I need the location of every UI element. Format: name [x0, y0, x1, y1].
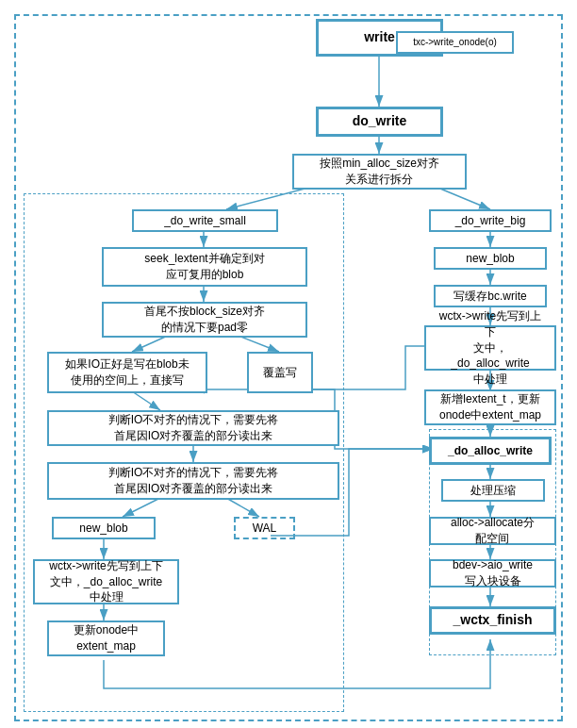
update-onode-left-box: 更新onode中 extent_map	[47, 620, 165, 656]
new-blob-right-label: new_blob	[466, 251, 514, 267]
update-onode-left-label: 更新onode中 extent_map	[74, 622, 139, 654]
do-write-big-box: _do_write_big	[429, 209, 552, 232]
cover-write-box: 覆盖写	[247, 352, 313, 393]
wctx-write-right-box: wctx->write先写到上下 文中，_do_alloc_write 中处理	[424, 325, 556, 371]
new-lextent-box: 新增lextent_t，更新 onode中extent_map	[424, 389, 556, 425]
compress-box: 处理压缩	[441, 479, 545, 502]
wctx-finish-label: _wctx_finish	[453, 611, 532, 630]
new-blob-left-box: new_blob	[52, 517, 156, 539]
do-write-big-label: _do_write_big	[455, 213, 526, 229]
diagram-container: write txc->write_onode(o) do_write 按照min…	[0, 0, 577, 728]
alloc-allocate-box: alloc->allocate分 配空间	[429, 517, 556, 545]
do-write-box: do_write	[316, 107, 443, 137]
new-lextent-label: 新增lextent_t，更新 onode中extent_map	[439, 391, 541, 423]
txc-write-onode-label: txc->write_onode(o)	[413, 36, 497, 49]
do-write-label: do_write	[353, 112, 407, 131]
do-alloc-write-box: _do_alloc_write	[429, 437, 552, 465]
bdev-aio-label: bdev->aio_write 写入块设备	[453, 557, 533, 589]
judge-io1-label: 判断IO不对齐的情况下，需要先将 首尾因IO对齐覆盖的部分读出来	[108, 412, 279, 444]
seek-lextent-box: seek_lextent并确定到对 应可复用的blob	[102, 247, 307, 287]
wctx-write-right-label: wctx->write先写到上下 文中，_do_alloc_write 中处理	[436, 308, 545, 388]
new-blob-left-label: new_blob	[79, 521, 127, 537]
pad-zero-box: 首尾不按block_size对齐 的情况下要pad零	[102, 302, 307, 338]
judge-io2-label: 判断IO不对齐的情况下，需要先将 首尾因IO对齐覆盖的部分读出来	[108, 465, 279, 497]
do-write-small-box: _do_write_small	[132, 209, 278, 232]
alloc-size-split-label: 按照min_alloc_size对齐 关系进行拆分	[320, 156, 439, 188]
do-write-small-label: _do_write_small	[164, 213, 246, 229]
if-io-blob-label: 如果IO正好是写在blob未 使用的空间上，直接写	[65, 356, 189, 389]
alloc-allocate-label: alloc->allocate分 配空间	[451, 515, 535, 547]
wctx-write-left-box: wctx->write先写到上下 文中，_do_alloc_write 中处理	[33, 559, 179, 604]
cover-write-label: 覆盖写	[263, 365, 297, 381]
compress-label: 处理压缩	[470, 483, 516, 499]
wctx-write-left-label: wctx->write先写到上下 文中，_do_alloc_write 中处理	[49, 558, 162, 605]
bdev-aio-box: bdev->aio_write 写入块设备	[429, 559, 556, 587]
bc-write-label: 写缓存bc.write	[453, 289, 526, 305]
seek-lextent-label: seek_lextent并确定到对 应可复用的blob	[144, 251, 264, 283]
judge-io1-box: 判断IO不对齐的情况下，需要先将 首尾因IO对齐覆盖的部分读出来	[47, 410, 339, 446]
pad-zero-label: 首尾不按block_size对齐 的情况下要pad零	[144, 304, 265, 336]
wal-box: WAL	[234, 517, 295, 539]
judge-io2-box: 判断IO不对齐的情况下，需要先将 首尾因IO对齐覆盖的部分读出来	[47, 462, 339, 500]
txc-write-onode-box: txc->write_onode(o)	[396, 31, 514, 54]
new-blob-right-box: new_blob	[434, 247, 547, 270]
alloc-size-split-box: 按照min_alloc_size对齐 关系进行拆分	[292, 154, 467, 190]
wal-label: WAL	[253, 521, 277, 537]
wctx-finish-box: _wctx_finish	[429, 606, 556, 635]
if-io-blob-box: 如果IO正好是写在blob未 使用的空间上，直接写	[47, 352, 207, 393]
write-label: write	[364, 28, 395, 47]
bc-write-box: 写缓存bc.write	[434, 285, 547, 307]
do-alloc-write-label: _do_alloc_write	[448, 443, 533, 459]
